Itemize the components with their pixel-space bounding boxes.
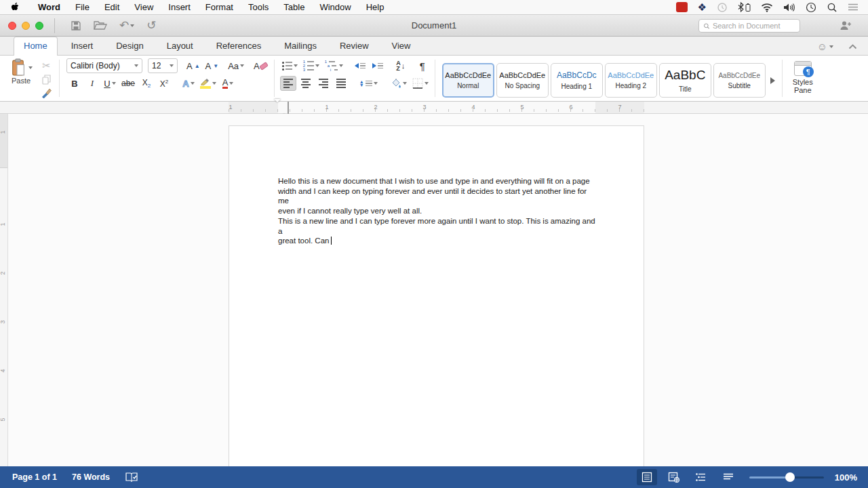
align-right-button[interactable]	[315, 76, 332, 91]
bluetooth-icon[interactable]	[738, 2, 744, 12]
volume-icon[interactable]	[783, 3, 795, 12]
film-strip-icon[interactable]	[676, 2, 688, 12]
menu-insert[interactable]: Insert	[161, 2, 198, 12]
show-paragraph-marks-button[interactable]: ¶	[414, 58, 431, 73]
more-styles-arrow[interactable]	[770, 77, 775, 84]
multilevel-list-button[interactable]: 1 a i	[323, 58, 345, 73]
borders-button[interactable]	[410, 76, 431, 91]
indent-marker[interactable]	[274, 102, 282, 113]
paste-dropdown-arrow[interactable]	[28, 66, 33, 69]
menu-file[interactable]: File	[68, 2, 97, 12]
zoom-slider[interactable]	[749, 469, 824, 485]
undo-button[interactable]: ↶	[119, 20, 134, 31]
menu-view[interactable]: View	[127, 2, 161, 12]
strikethrough-button[interactable]: abe	[119, 76, 137, 91]
tab-layout[interactable]: Layout	[157, 37, 203, 55]
clear-formatting-button[interactable]: A	[252, 58, 270, 73]
style-normal[interactable]: AaBbCcDdEe Normal	[442, 63, 494, 98]
copy-icon[interactable]	[42, 75, 51, 85]
change-case-button[interactable]: Aa	[226, 58, 246, 73]
collapse-ribbon-icon[interactable]	[848, 44, 857, 49]
menu-help[interactable]: Help	[359, 2, 392, 12]
search-input[interactable]	[713, 22, 795, 30]
notification-center-icon[interactable]	[848, 3, 859, 12]
feedback-smiley-button[interactable]: ☺	[817, 41, 833, 52]
right-indent-marker[interactable]	[591, 106, 599, 113]
open-button[interactable]	[94, 20, 107, 30]
style-no-spacing[interactable]: AaBbCcDdEe No Spacing	[496, 63, 549, 98]
style-heading-1[interactable]: AaBbCcDc Heading 1	[551, 63, 603, 98]
increase-indent-button[interactable]	[370, 58, 386, 73]
dropbox-icon[interactable]: ❖	[698, 2, 707, 12]
battery-icon	[745, 3, 751, 12]
bold-button[interactable]: B	[66, 76, 83, 91]
align-left-button[interactable]	[280, 76, 296, 91]
web-layout-view-button[interactable]	[664, 469, 684, 485]
time-machine-icon[interactable]	[717, 2, 728, 13]
superscript-button[interactable]: X2	[156, 76, 172, 91]
font-color-button[interactable]: A	[220, 76, 236, 91]
tab-home[interactable]: Home	[14, 37, 58, 56]
zoom-level[interactable]: 100%	[835, 472, 857, 483]
zoom-window-button[interactable]	[35, 22, 43, 30]
tab-mailings[interactable]: Mailings	[275, 37, 326, 55]
save-button[interactable]	[71, 20, 81, 31]
justify-button[interactable]	[333, 76, 349, 91]
cut-icon[interactable]: ✂	[42, 60, 51, 72]
clock-icon[interactable]	[806, 2, 816, 13]
bullets-button[interactable]	[280, 58, 300, 73]
tab-view[interactable]: View	[382, 37, 420, 55]
spotlight-icon[interactable]	[827, 2, 837, 13]
line-spacing-button[interactable]: ▲▼	[357, 76, 380, 91]
menu-edit[interactable]: Edit	[97, 2, 127, 12]
highlight-button[interactable]	[198, 76, 218, 91]
menu-format[interactable]: Format	[198, 2, 241, 12]
tab-insert[interactable]: Insert	[62, 37, 103, 55]
underline-button[interactable]: U	[102, 76, 118, 91]
style-heading-2[interactable]: AaBbCcDdEe Heading 2	[605, 63, 657, 98]
align-center-button[interactable]	[298, 76, 314, 91]
document-page[interactable]: Hello this is a new document that I wish…	[229, 125, 644, 466]
horizontal-ruler[interactable]: 1 1 2 3 4 5 6 7	[0, 102, 868, 114]
redo-button[interactable]: ↺	[146, 20, 156, 31]
search-field[interactable]	[698, 19, 800, 33]
print-layout-view-button[interactable]	[637, 469, 657, 485]
vertical-ruler[interactable]: 1 1 2 3 4 5	[0, 114, 8, 466]
document-text[interactable]: Hello this is a new document that I wish…	[278, 176, 598, 246]
font-name-select[interactable]: Calibri (Body)	[66, 58, 142, 73]
close-window-button[interactable]	[8, 22, 16, 30]
font-size-select[interactable]: 12	[148, 58, 178, 73]
page-indicator[interactable]: Page 1 of 1	[12, 472, 57, 482]
add-people-icon[interactable]	[840, 20, 852, 33]
wifi-icon[interactable]	[761, 3, 773, 12]
apple-menu-icon[interactable]	[11, 2, 20, 12]
menu-window[interactable]: Window	[312, 2, 358, 12]
subscript-button[interactable]: X2	[138, 76, 155, 91]
paste-button[interactable]: Paste	[5, 58, 37, 101]
zoom-slider-thumb[interactable]	[785, 472, 795, 482]
menu-word[interactable]: Word	[31, 2, 68, 12]
grow-font-button[interactable]: A▲	[184, 58, 202, 73]
minimize-window-button[interactable]	[22, 22, 30, 30]
tab-references[interactable]: References	[207, 37, 271, 55]
italic-button[interactable]: I	[84, 76, 100, 91]
undo-dropdown-arrow[interactable]	[130, 24, 134, 27]
style-subtitle[interactable]: AaBbCcDdEe Subtitle	[713, 63, 766, 98]
menu-tools[interactable]: Tools	[241, 2, 276, 12]
word-count[interactable]: 76 Words	[72, 472, 110, 482]
styles-pane-button[interactable]: ¶ Styles Pane	[785, 56, 821, 101]
spell-check-icon[interactable]	[125, 472, 138, 483]
decrease-indent-button[interactable]	[352, 58, 368, 73]
outline-view-button[interactable]	[691, 469, 711, 485]
text-effects-button[interactable]: A	[180, 76, 197, 91]
numbering-button[interactable]: 1 2 3	[301, 58, 321, 73]
draft-view-button[interactable]	[718, 469, 738, 485]
shading-button[interactable]	[388, 76, 409, 91]
tab-design[interactable]: Design	[106, 37, 153, 55]
tab-review[interactable]: Review	[330, 37, 378, 55]
menu-table[interactable]: Table	[276, 2, 312, 12]
style-title[interactable]: AaBbC Title	[659, 63, 711, 98]
format-painter-icon[interactable]	[41, 87, 52, 98]
sort-button[interactable]: AZ↓	[393, 58, 409, 73]
shrink-font-button[interactable]: A▼	[203, 58, 221, 73]
